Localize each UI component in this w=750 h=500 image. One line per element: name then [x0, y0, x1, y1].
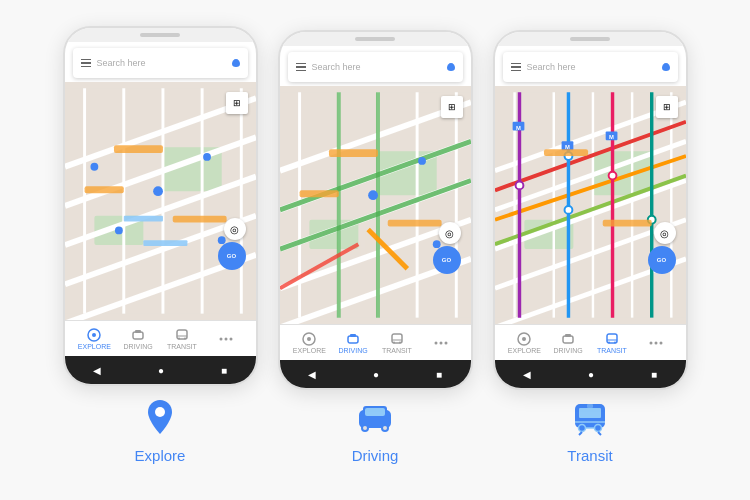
driving-bottom-nav: EXPLORE DRIVING TRANSIT: [280, 324, 471, 360]
back-btn[interactable]: ◀: [93, 365, 101, 376]
phone-top-bar-explore: [65, 28, 256, 42]
explore-phone-nav: ◀ ● ■: [65, 356, 256, 384]
phone-top-bar-driving: [280, 32, 471, 46]
svg-rect-20: [172, 216, 226, 223]
driving-map-svg: [280, 86, 471, 324]
driving-square-btn[interactable]: ■: [436, 369, 442, 380]
explore-nav-transit[interactable]: TRANSIT: [160, 328, 204, 350]
transit-nav-transit[interactable]: TRANSIT: [590, 332, 634, 354]
square-btn[interactable]: ■: [221, 365, 227, 376]
driving-layers-btn[interactable]: ⊞: [441, 96, 463, 118]
app-container: Search here: [53, 6, 698, 494]
svg-line-128: [579, 432, 582, 435]
explore-fab[interactable]: GO: [218, 242, 246, 270]
transit-nav-explore-label: EXPLORE: [508, 347, 541, 354]
transit-map: M M M ⊞ ◎ GO: [495, 86, 686, 324]
driving-nav-driving-label: DRIVING: [339, 347, 368, 354]
transit-feature-label: Transit: [567, 447, 612, 464]
svg-rect-109: [543, 149, 587, 156]
svg-rect-59: [387, 220, 441, 227]
mic-icon-driving[interactable]: [447, 63, 455, 71]
explore-phone-wrapper: Search here: [63, 26, 258, 464]
svg-rect-73: [365, 408, 385, 416]
transit-layers-btn[interactable]: ⊞: [656, 96, 678, 118]
phone-top-bar-transit: [495, 32, 686, 46]
explore-nav-more[interactable]: [204, 332, 248, 346]
svg-point-32: [224, 337, 227, 340]
transit-label-section: Transit: [567, 402, 612, 464]
svg-rect-63: [350, 334, 356, 337]
explore-feature-icon: [143, 398, 177, 443]
driving-nav-driving[interactable]: DRIVING: [331, 332, 375, 354]
svg-point-67: [399, 341, 401, 343]
svg-point-126: [594, 425, 601, 432]
transit-phone-nav: ◀ ● ■: [495, 360, 686, 388]
transit-home-btn[interactable]: ●: [588, 369, 594, 380]
driving-feature-icon: [355, 402, 395, 443]
driving-back-btn[interactable]: ◀: [308, 369, 316, 380]
explore-layers-btn[interactable]: ⊞: [226, 92, 248, 114]
svg-point-14: [114, 226, 122, 234]
driving-search-bar[interactable]: Search here: [288, 52, 463, 82]
home-btn[interactable]: ●: [158, 365, 164, 376]
hamburger-icon-transit[interactable]: [511, 63, 521, 72]
transit-phone: Search here: [493, 30, 688, 390]
explore-map-svg: [65, 82, 256, 320]
driving-label-section: Driving: [352, 402, 399, 464]
driving-nav-explore[interactable]: EXPLORE: [288, 332, 332, 354]
explore-nav-explore[interactable]: EXPLORE: [73, 328, 117, 350]
svg-rect-26: [135, 330, 141, 333]
explore-location-btn[interactable]: ◎: [224, 218, 246, 240]
transit-feature-icon: [571, 402, 609, 443]
svg-point-98: [515, 181, 523, 189]
transit-nav-more[interactable]: [634, 336, 678, 350]
svg-point-34: [155, 407, 165, 417]
svg-point-15: [203, 153, 211, 161]
svg-point-99: [564, 206, 572, 214]
svg-rect-22: [143, 240, 187, 246]
transit-map-svg: M M M: [495, 86, 686, 324]
explore-bottom-nav: EXPLORE DRIVING TRANSIT: [65, 320, 256, 356]
transit-nav-driving[interactable]: DRIVING: [546, 332, 590, 354]
svg-point-69: [439, 341, 442, 344]
driving-feature-label: Driving: [352, 447, 399, 464]
driving-search-text: Search here: [312, 62, 441, 72]
transit-nav-explore[interactable]: EXPLORE: [503, 332, 547, 354]
transit-fab[interactable]: GO: [648, 246, 676, 274]
svg-point-66: [393, 341, 395, 343]
svg-rect-113: [563, 336, 573, 343]
driving-nav-transit[interactable]: TRANSIT: [375, 332, 419, 354]
transit-search-bar[interactable]: Search here: [503, 52, 678, 82]
driving-nav-explore-label: EXPLORE: [293, 347, 326, 354]
mic-icon[interactable]: [232, 59, 240, 67]
driving-phone-nav: ◀ ● ■: [280, 360, 471, 388]
svg-rect-21: [123, 216, 162, 222]
driving-map: ⊞ ◎ GO: [280, 86, 471, 324]
svg-point-55: [418, 157, 426, 165]
transit-location-btn[interactable]: ◎: [654, 222, 676, 244]
svg-point-70: [444, 341, 447, 344]
svg-point-120: [654, 341, 657, 344]
explore-nav-driving[interactable]: DRIVING: [116, 328, 160, 350]
explore-search-bar[interactable]: Search here: [73, 48, 248, 78]
driving-fab[interactable]: GO: [433, 246, 461, 274]
explore-phone: Search here: [63, 26, 258, 386]
driving-nav-more[interactable]: [419, 336, 463, 350]
svg-rect-18: [113, 145, 162, 153]
svg-point-76: [363, 426, 367, 430]
explore-feature-label: Explore: [135, 447, 186, 464]
phone-speaker: [140, 33, 180, 37]
mic-icon-transit[interactable]: [662, 63, 670, 71]
svg-rect-130: [587, 404, 593, 408]
hamburger-icon[interactable]: [81, 59, 91, 68]
hamburger-icon-driving[interactable]: [296, 63, 306, 72]
driving-location-btn[interactable]: ◎: [439, 222, 461, 244]
driving-home-btn[interactable]: ●: [373, 369, 379, 380]
transit-square-btn[interactable]: ■: [651, 369, 657, 380]
svg-rect-19: [84, 186, 123, 193]
svg-text:M: M: [516, 125, 521, 131]
svg-point-112: [522, 337, 526, 341]
transit-back-btn[interactable]: ◀: [523, 369, 531, 380]
svg-rect-25: [133, 332, 143, 339]
driving-phone: Search here: [278, 30, 473, 390]
